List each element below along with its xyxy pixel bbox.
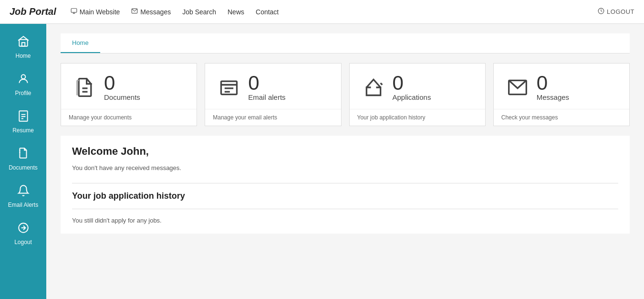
section-divider — [72, 183, 618, 183]
svg-point-7 — [21, 75, 25, 79]
sidebar-logout-label: Logout — [14, 239, 32, 246]
welcome-section: Welcome John, You don't have any receive… — [61, 136, 630, 234]
messages-count: 0 — [537, 73, 548, 93]
sidebar-home-label: Home — [15, 53, 31, 59]
applications-label: Applications — [393, 93, 431, 101]
nav-messages[interactable]: Messages — [131, 8, 171, 16]
messages-footer: Check your messages — [494, 109, 629, 126]
svg-rect-0 — [71, 9, 77, 12]
main-layout: Home Profile Resume — [0, 24, 644, 299]
sidebar-item-resume[interactable]: Resume — [0, 103, 46, 140]
sidebar-item-documents[interactable]: Documents — [0, 140, 46, 178]
svg-rect-6 — [21, 43, 25, 46]
email-alerts-footer: Manage your email alerts — [205, 109, 341, 126]
home-icon — [17, 35, 30, 50]
applications-stat-icon — [359, 77, 388, 98]
main-content: Home — [46, 24, 644, 299]
messages-label: Messages — [537, 93, 569, 101]
stat-card-applications[interactable]: 0 Applications Your job application hist… — [349, 63, 486, 126]
documents-sidebar-icon — [17, 147, 30, 161]
svg-rect-8 — [19, 111, 27, 121]
welcome-title: Welcome John, — [72, 145, 618, 158]
stat-card-email-alerts[interactable]: 0 Email alerts Manage your email alerts — [205, 63, 341, 126]
profile-icon — [17, 73, 30, 87]
sidebar-item-email-alerts[interactable]: Email Alerts — [0, 178, 46, 215]
sidebar-email-alerts-label: Email Alerts — [8, 202, 38, 208]
monitor-icon — [71, 8, 77, 16]
no-messages-text: You don't have any received messages. — [72, 164, 618, 171]
logout-icon — [17, 222, 30, 236]
no-applications-text: You still didn't apply for any jobs. — [72, 217, 618, 224]
sidebar-item-logout[interactable]: Logout — [0, 215, 46, 252]
sidebar-documents-label: Documents — [9, 164, 38, 171]
history-title: Your job application history — [72, 191, 618, 201]
nav-job-search[interactable]: Job Search — [182, 8, 216, 16]
nav-main-website[interactable]: Main Website — [71, 8, 120, 16]
history-divider — [72, 209, 618, 209]
nav-contact[interactable]: Contact — [256, 8, 279, 16]
stat-card-messages[interactable]: 0 Messages Check your messages — [493, 63, 630, 126]
documents-stat-icon — [71, 77, 99, 98]
sidebar-resume-label: Resume — [12, 127, 34, 134]
clock-icon — [598, 8, 604, 16]
svg-line-20 — [380, 83, 382, 85]
documents-footer: Manage your documents — [61, 109, 197, 126]
email-alerts-label: Email alerts — [248, 93, 285, 101]
tab-bar: Home — [61, 33, 630, 53]
applications-count: 0 — [393, 73, 404, 93]
stats-row: 0 Documents Manage your documents — [61, 63, 630, 126]
documents-label: Documents — [104, 93, 140, 101]
logout-top-button[interactable]: LOGOUT — [598, 8, 634, 16]
sidebar-profile-label: Profile — [15, 90, 31, 96]
bell-icon — [17, 184, 30, 199]
email-alerts-count: 0 — [248, 73, 259, 93]
tab-home[interactable]: Home — [61, 33, 100, 53]
documents-count: 0 — [104, 73, 115, 93]
sidebar-item-profile[interactable]: Profile — [0, 66, 46, 103]
applications-footer: Your job application history — [350, 109, 485, 126]
sidebar: Home Profile Resume — [0, 24, 46, 299]
messages-stat-icon — [503, 77, 532, 98]
sidebar-item-home[interactable]: Home — [0, 29, 46, 66]
email-alerts-stat-icon — [215, 77, 243, 98]
stat-card-documents[interactable]: 0 Documents Manage your documents — [61, 63, 197, 126]
nav-news[interactable]: News — [228, 8, 244, 16]
nav-links: Main Website Messages Job Search News Co… — [71, 8, 598, 16]
resume-icon — [17, 110, 30, 124]
brand-title: Job Portal — [10, 6, 56, 17]
top-navigation: Job Portal Main Website Messages Job Sea… — [0, 0, 644, 24]
message-nav-icon — [131, 8, 138, 16]
